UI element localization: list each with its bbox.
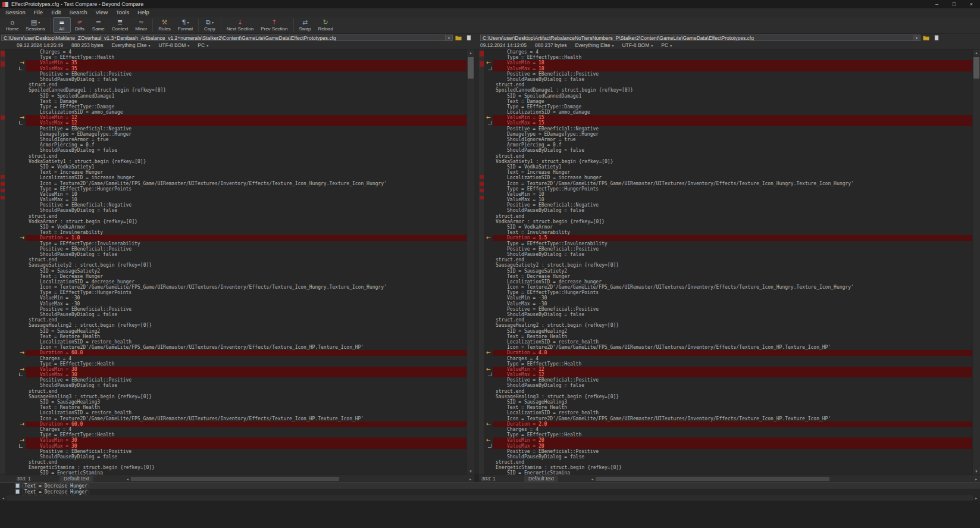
code-line[interactable]: LocalizationSID = ammo_damage [493, 110, 972, 115]
code-line[interactable]: struct.end [26, 460, 466, 465]
diff-map-mark[interactable] [480, 61, 484, 67]
diff-map-mark[interactable] [1, 175, 5, 179]
toolbar-home-button[interactable]: ⌂Home [2, 17, 22, 33]
menu-edit[interactable]: Edit [47, 8, 65, 17]
diff-map-mark[interactable] [480, 189, 484, 192]
menu-search[interactable]: Search [65, 8, 92, 17]
maximize-button[interactable]: □ [945, 0, 963, 8]
code-line[interactable]: SausageHealing3 : struct.begin {refkey=[… [26, 394, 466, 399]
code-line[interactable]: Positive = EBeneficial::Positive [493, 246, 972, 252]
close-button[interactable]: × [963, 0, 980, 8]
code-line[interactable]: ValueMax = 20 [493, 443, 972, 449]
code-line[interactable]: Type = EEffectType::Invulnerability [493, 241, 972, 246]
code-line[interactable]: ShouldPauseByDialog = false [493, 77, 972, 82]
left-hscroll-thumb[interactable] [131, 477, 339, 481]
left-file-options-button[interactable] [464, 35, 473, 41]
code-line[interactable]: SID = SausageHealing2 [26, 329, 466, 334]
code-line[interactable]: Type = EEffectType::Health [26, 432, 466, 438]
code-line[interactable]: ShouldPauseByDialog = false [26, 148, 466, 153]
code-line[interactable]: ValueMax = 12 [26, 120, 466, 126]
toolbar-sessions-button[interactable]: ▤▾Sessions [22, 17, 48, 33]
code-line[interactable]: ShouldIgnoreArmor = true [493, 137, 972, 142]
right-vertical-scrollbar[interactable]: ▲ ▼ [972, 49, 980, 474]
code-line[interactable]: Positive = EBeneficial::Positive [26, 307, 466, 312]
code-line[interactable]: struct.end [26, 154, 466, 159]
minimize-button[interactable]: – [928, 0, 945, 8]
code-line[interactable]: ValueMin = 15 [493, 115, 972, 120]
code-line[interactable]: struct.end [26, 82, 466, 88]
right-encoding-select[interactable]: UTF-8 BOM ▾ [622, 42, 653, 48]
code-line[interactable]: VodkaArmor : struct.begin {refkey=[0]} [493, 219, 972, 224]
code-line[interactable]: SausageSatiety2 : struct.begin {refkey=[… [26, 263, 466, 268]
code-line[interactable]: LocalizationSID = restore_health [26, 339, 466, 345]
right-code[interactable]: Charges = 4Type = EEffectType::HealthVal… [493, 49, 972, 474]
code-line[interactable]: SID = VodkaSatiety1 [493, 164, 972, 170]
toolbar-context-button[interactable]: ≣Context [108, 17, 132, 33]
right-path-input[interactable]: C:\Users\user\Desktop\ArtifactRebalanceN… [480, 35, 913, 41]
code-line[interactable]: ShouldPauseByDialog = false [26, 454, 466, 460]
code-line[interactable]: Charges = 4 [493, 49, 972, 55]
left-path-dropdown-icon[interactable]: ▾ [446, 35, 453, 41]
code-line[interactable]: SausageHealing3 : struct.begin {refkey=[… [493, 394, 972, 399]
code-line[interactable]: VodkaArmor : struct.begin {refkey=[0]} [26, 219, 466, 224]
code-line[interactable]: VodkaSatiety1 : struct.begin {refkey=[0]… [493, 159, 972, 164]
toolbar-rules-button[interactable]: ⚒Rules [155, 17, 174, 33]
diff-map-mark[interactable] [1, 51, 5, 57]
code-line[interactable]: ShouldPauseByDialog = false [493, 208, 972, 213]
code-line[interactable]: Text = Damage [26, 99, 466, 104]
code-line[interactable]: ValueMin = -30 [493, 295, 972, 301]
code-line[interactable]: ShouldPauseByDialog = false [493, 312, 972, 317]
diff-section-arrow-icon[interactable]: → [20, 350, 24, 355]
code-line[interactable]: SID = SausageSatiety2 [26, 268, 466, 274]
code-line[interactable]: ValueMin = 18 [493, 60, 972, 65]
left-vertical-scrollbar[interactable]: ▲ ▼ [466, 49, 474, 474]
diff-map-mark[interactable] [1, 189, 5, 192]
code-line[interactable]: SID = SausageHealing2 [493, 329, 972, 334]
left-lineformat-select[interactable]: PC ▾ [198, 42, 208, 48]
code-line[interactable]: ShouldPauseByDialog = false [26, 252, 466, 257]
code-line[interactable]: SpoiledCannedDamage1 : struct.begin {ref… [26, 88, 466, 93]
code-line[interactable]: ShouldPauseByDialog = false [26, 208, 466, 213]
diff-section-arrow-icon[interactable]: ← [486, 235, 491, 240]
code-line[interactable]: Type = EEffectType::HungerPoints [26, 186, 466, 192]
code-line[interactable]: Duration = 2.0 [493, 421, 972, 427]
code-line[interactable]: SID = SausageSatiety2 [493, 268, 972, 274]
code-line[interactable]: Type = EEffectType::HungerPoints [493, 290, 972, 295]
code-line[interactable]: struct.end [493, 389, 972, 394]
code-line[interactable]: struct.end [493, 317, 972, 323]
left-encoding-select[interactable]: UTF-8 BOM ▾ [158, 42, 189, 48]
code-line[interactable]: Icon = Texture2D'/Game/GameLite/FPS_Game… [493, 345, 972, 350]
diff-map-mark[interactable] [1, 196, 5, 199]
code-line[interactable]: DamageType = EDamageType::Hunger [26, 132, 466, 137]
code-line[interactable]: ShouldPauseByDialog = false [26, 77, 466, 82]
code-line[interactable]: Icon = Texture2D'/Game/GameLite/FPS_Game… [493, 285, 972, 290]
code-line[interactable]: ValueMax = 35 [26, 66, 466, 71]
code-line[interactable]: Positive = EBeneficial::Negative [493, 126, 972, 132]
code-line[interactable]: LocalizationSID = restore_health [493, 410, 972, 415]
pane-splitter[interactable] [474, 49, 479, 474]
code-line[interactable]: ValueMin = 10 [493, 192, 972, 197]
code-line[interactable]: struct.end [493, 214, 972, 219]
code-line[interactable]: Text = Damage [493, 99, 972, 104]
code-line[interactable]: SID = VodkaSatiety1 [26, 164, 466, 170]
toolbar-all-button[interactable]: ≡All [53, 17, 71, 33]
code-line[interactable]: EnergeticStamina : struct.begin {refkey=… [493, 465, 972, 470]
diff-section-arrow-icon[interactable]: ← [486, 438, 491, 443]
code-line[interactable]: SID = SpoiledCannedDamage1 [26, 93, 466, 99]
code-line[interactable]: Text = Increase Hunger [493, 170, 972, 175]
code-line[interactable]: Icon = Texture2D'/Game/GameLite/FPS_Game… [493, 416, 972, 421]
code-line[interactable]: Text = Increase Hunger [26, 170, 466, 175]
detail-horizontal-scrollbar[interactable]: ◂ ▸ [0, 495, 979, 501]
code-line[interactable]: LocalizationSID = decrease_hunger [493, 279, 972, 285]
code-line[interactable]: struct.end [493, 257, 972, 263]
code-line[interactable]: ShouldPauseByDialog = false [493, 383, 972, 388]
scroll-left-icon[interactable]: ◂ [589, 477, 596, 481]
right-diff-map[interactable] [479, 49, 485, 474]
code-line[interactable]: LocalizationSID = increase_hunger [26, 175, 466, 180]
diff-section-arrow-icon[interactable]: → [20, 438, 24, 443]
code-line[interactable]: Type = EEffectType::HungerPoints [493, 186, 972, 192]
scroll-right-icon[interactable]: ▸ [973, 496, 979, 500]
code-line[interactable]: Type = EEffectType::Health [493, 55, 972, 60]
code-line[interactable]: struct.end [26, 317, 466, 323]
code-line[interactable]: Duration = 1.0 [26, 235, 466, 240]
